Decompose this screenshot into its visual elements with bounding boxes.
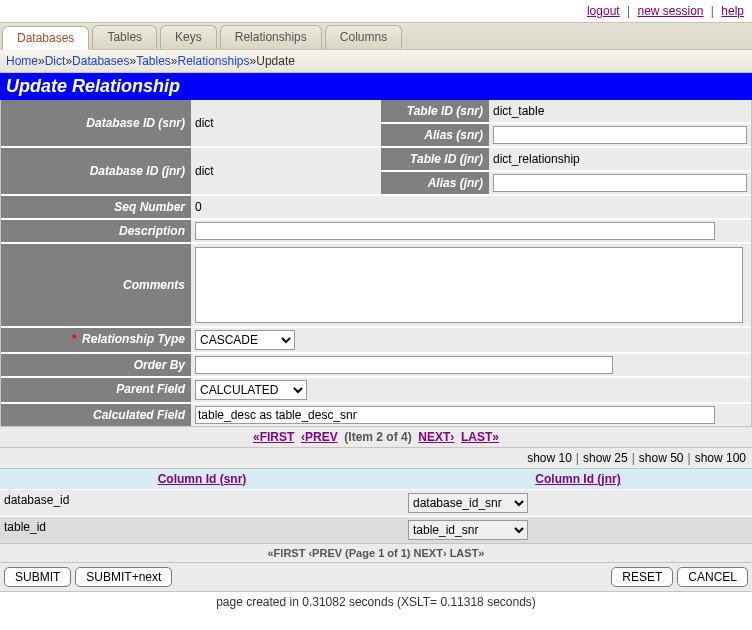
value-table-snr: dict_table — [489, 100, 751, 122]
show-50[interactable]: show 50 — [639, 451, 684, 465]
input-comments[interactable] — [195, 247, 743, 323]
value-db-snr: dict — [191, 100, 381, 146]
grid-head-jnr[interactable]: Column Id (jnr) — [535, 472, 620, 486]
page-title: Update Relationship — [0, 73, 752, 100]
input-alias-jnr[interactable] — [493, 174, 747, 192]
select-reltype[interactable]: CASCADE — [195, 330, 295, 350]
show-10[interactable]: show 10 — [527, 451, 572, 465]
input-orderby[interactable] — [195, 356, 613, 374]
label-orderby: Order By — [1, 354, 191, 376]
button-bar: SUBMIT SUBMIT+next RESET CANCEL — [0, 562, 752, 592]
value-table-jnr: dict_relationship — [489, 148, 751, 170]
grid-cell-snr: table_id — [0, 517, 404, 543]
grid-header: Column Id (snr) Column Id (jnr) — [0, 469, 752, 489]
show-100[interactable]: show 100 — [695, 451, 746, 465]
pager-last[interactable]: LAST» — [461, 430, 499, 444]
table-row: database_id database_id_snr — [0, 489, 752, 516]
input-desc[interactable] — [195, 222, 715, 240]
tab-columns[interactable]: Columns — [325, 25, 402, 49]
label-comments: Comments — [1, 244, 191, 326]
grid-head-snr[interactable]: Column Id (snr) — [158, 472, 247, 486]
crumb-databases[interactable]: Databases — [72, 54, 129, 68]
pager-next[interactable]: NEXT› — [418, 430, 454, 444]
crumb-dict[interactable]: Dict — [45, 54, 66, 68]
grid-select-jnr-1[interactable]: table_id_snr — [408, 520, 528, 540]
crumb-relationships[interactable]: Relationships — [178, 54, 250, 68]
input-calcfield[interactable] — [195, 406, 715, 424]
input-alias-snr[interactable] — [493, 126, 747, 144]
breadcrumb: Home»Dict»Databases»Tables»Relationships… — [0, 50, 752, 73]
pager-first[interactable]: «FIRST — [253, 430, 294, 444]
reset-button[interactable]: RESET — [611, 567, 673, 587]
form-area: Database ID (snr) dict Table ID (snr) di… — [0, 100, 752, 426]
label-calcfield: Calculated Field — [1, 404, 191, 426]
pager-prev[interactable]: ‹PREV — [301, 430, 338, 444]
tab-databases[interactable]: Databases — [2, 26, 89, 50]
tab-relationships[interactable]: Relationships — [220, 25, 322, 49]
label-table-jnr: Table ID (jnr) — [381, 148, 489, 170]
label-parentfield: Parent Field — [1, 378, 191, 402]
label-table-snr: Table ID (snr) — [381, 100, 489, 122]
logout-link[interactable]: logout — [587, 4, 620, 18]
pager-item: (Item 2 of 4) — [344, 430, 411, 444]
new-session-link[interactable]: new session — [637, 4, 703, 18]
label-alias-snr: Alias (snr) — [381, 124, 489, 146]
label-seq: Seq Number — [1, 196, 191, 218]
value-db-jnr: dict — [191, 148, 381, 194]
label-db-jnr: Database ID (jnr) — [1, 148, 191, 194]
cancel-button[interactable]: CANCEL — [677, 567, 748, 587]
show-25[interactable]: show 25 — [583, 451, 628, 465]
tabs: Databases Tables Keys Relationships Colu… — [0, 22, 752, 50]
tab-tables[interactable]: Tables — [92, 25, 157, 49]
label-reltype: * Relationship Type — [1, 328, 191, 352]
grid-cell-snr: database_id — [0, 490, 404, 516]
crumb-tables[interactable]: Tables — [136, 54, 171, 68]
help-link[interactable]: help — [721, 4, 744, 18]
table-row: table_id table_id_snr — [0, 516, 752, 543]
label-alias-jnr: Alias (jnr) — [381, 172, 489, 194]
crumb-home[interactable]: Home — [6, 54, 38, 68]
tab-keys[interactable]: Keys — [160, 25, 217, 49]
show-bar: show 10|show 25|show 50|show 100 — [0, 447, 752, 469]
select-parentfield[interactable]: CALCULATED — [195, 380, 307, 400]
submit-button[interactable]: SUBMIT — [4, 567, 71, 587]
label-desc: Description — [1, 220, 191, 242]
grid-select-jnr-0[interactable]: database_id_snr — [408, 493, 528, 513]
label-db-snr: Database ID (snr) — [1, 100, 191, 146]
crumb-current: Update — [256, 54, 295, 68]
top-links: logout | new session | help — [0, 0, 752, 22]
value-seq: 0 — [191, 196, 751, 218]
footer-status: page created in 0.31082 seconds (XSLT= 0… — [0, 592, 752, 612]
pager-bottom: «FIRST ‹PREV (Page 1 of 1) NEXT› LAST» — [0, 543, 752, 562]
submit-next-button[interactable]: SUBMIT+next — [75, 567, 172, 587]
pager-top: «FIRST ‹PREV (Item 2 of 4) NEXT› LAST» — [0, 426, 752, 447]
